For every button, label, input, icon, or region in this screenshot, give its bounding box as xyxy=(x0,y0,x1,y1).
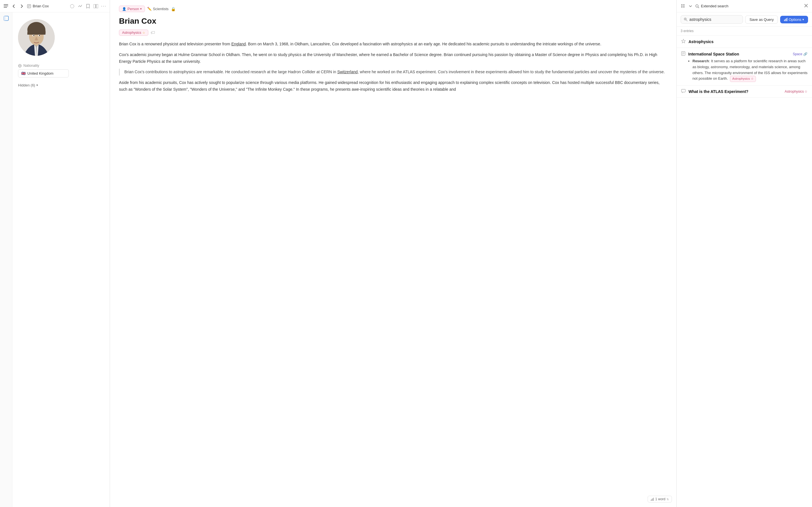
hidden-section[interactable]: Hidden (6) ▾ xyxy=(12,81,110,90)
more-icon[interactable]: ··· xyxy=(101,4,106,9)
svg-rect-39 xyxy=(784,20,784,21)
svg-rect-41 xyxy=(786,18,786,21)
star-icon: ☆ xyxy=(142,31,145,35)
top-bar: Brian Cox xyxy=(0,0,110,12)
flag-icon: 🇬🇧 xyxy=(21,71,26,75)
menu-icon[interactable] xyxy=(3,4,8,9)
svg-point-19 xyxy=(39,35,40,36)
nationality-section: Nationality 🇬🇧 United Kingdom xyxy=(12,64,110,81)
record-title: Brian Cox xyxy=(119,17,667,25)
svg-rect-42 xyxy=(787,18,788,21)
right-panel: Extended search Save as Query xyxy=(677,0,812,507)
chevron-down-icon: ▾ xyxy=(140,7,142,11)
page-title: Brian Cox xyxy=(27,4,49,8)
lock-icon: 🔒 xyxy=(171,7,175,11)
toolbar-right: ··· xyxy=(70,4,106,9)
bio-blockquote: Brian Cox's contributions to astrophysic… xyxy=(119,69,667,75)
collapse-icon[interactable] xyxy=(688,4,693,9)
word-count-badge[interactable]: 1 word ⇅ xyxy=(648,496,672,503)
svg-rect-8 xyxy=(94,4,96,8)
result-title-row-2: International Space Station Space 🔗 xyxy=(688,52,808,56)
svg-rect-1 xyxy=(4,6,8,6)
search-icon xyxy=(684,17,688,21)
label-icon[interactable]: 🏷 xyxy=(151,30,155,35)
search-results: Astrophysics International Space Station xyxy=(677,36,812,507)
left-panel: Brian Cox xyxy=(0,0,110,507)
record-tags-row: Astrophysics ☆ 🏷 xyxy=(119,30,667,36)
england-link[interactable]: England xyxy=(231,42,246,46)
person-icon: 👤 xyxy=(122,7,126,11)
layout-icon[interactable] xyxy=(93,4,98,9)
bookmark-icon[interactable] xyxy=(86,4,91,9)
sync-icon[interactable] xyxy=(70,4,75,9)
result-item-astrophysics[interactable]: Astrophysics xyxy=(677,36,812,48)
nationality-label: Nationality xyxy=(18,64,104,68)
pencil-icon: ✏️ xyxy=(147,7,152,11)
svg-rect-25 xyxy=(652,498,653,501)
options-button[interactable]: Options ▾ xyxy=(780,16,808,23)
result-item-atlas[interactable]: What is the ATLAS Experiment? Astrophysi… xyxy=(677,86,812,98)
result-item-iss[interactable]: International Space Station Space 🔗 Rese… xyxy=(677,48,812,86)
tools-icon[interactable] xyxy=(78,4,83,9)
astrophysics-tag[interactable]: Astrophysics ☆ xyxy=(119,30,148,36)
result-row-2: International Space Station Space 🔗 xyxy=(681,51,808,57)
chevron-down-icon: ▾ xyxy=(802,18,804,21)
svg-rect-0 xyxy=(4,4,8,5)
back-button[interactable] xyxy=(11,4,16,9)
bio-paragraph-2: Cox's academic journey began at Hulme Gr… xyxy=(119,52,667,65)
space-tag[interactable]: Space 🔗 xyxy=(793,52,808,56)
star-icon: ☆ xyxy=(804,90,808,94)
svg-rect-27 xyxy=(681,4,682,6)
svg-rect-47 xyxy=(681,89,686,92)
svg-rect-9 xyxy=(96,4,98,8)
left-content: Nationality 🇬🇧 United Kingdom Hidden (6)… xyxy=(0,12,110,507)
nationality-badge[interactable]: 🇬🇧 United Kingdom xyxy=(18,69,69,77)
result-title-2: International Space Station xyxy=(688,52,739,56)
forward-button[interactable] xyxy=(19,4,24,9)
comment-icon xyxy=(681,89,686,94)
svg-rect-26 xyxy=(653,498,654,501)
grid-icon[interactable] xyxy=(680,4,686,9)
result-title-row-1: Astrophysics xyxy=(689,40,808,44)
svg-rect-28 xyxy=(683,4,684,6)
svg-rect-30 xyxy=(683,6,684,8)
chart-icon xyxy=(784,18,788,21)
svg-line-36 xyxy=(686,20,688,21)
sidebar-toggle xyxy=(0,12,12,507)
close-button[interactable] xyxy=(804,4,808,9)
sidebar-toggle-btn[interactable] xyxy=(4,16,9,22)
svg-point-7 xyxy=(70,4,74,8)
scientists-tag[interactable]: ✏️ Scientists xyxy=(147,7,168,11)
save-query-button[interactable]: Save as Query xyxy=(745,15,778,24)
star-icon: ☆ xyxy=(751,76,754,81)
result-title-3: What is the ATLAS Experiment? xyxy=(689,89,748,94)
search-input[interactable] xyxy=(689,17,740,22)
right-top-bar: Extended search xyxy=(677,0,812,12)
result-title-row-3: What is the ATLAS Experiment? Astrophysi… xyxy=(689,89,808,94)
result-title-1: Astrophysics xyxy=(689,40,714,44)
svg-rect-29 xyxy=(681,6,682,8)
result-row-1: Astrophysics xyxy=(681,39,808,44)
astrophysics-bullet-tag[interactable]: Astrophysics ☆ xyxy=(730,76,756,82)
document-icon xyxy=(681,51,686,57)
avatar-section xyxy=(12,12,110,64)
search-input-wrapper xyxy=(680,15,743,24)
star-icon xyxy=(681,39,686,44)
right-panel-title: Extended search xyxy=(695,4,728,8)
record-tags: 👤 Person ▾ ✏️ Scientists 🔒 xyxy=(119,6,667,12)
entries-count: 3 entries xyxy=(677,27,812,36)
result-bullet-section: Research: It serves as a platform for sc… xyxy=(681,58,808,82)
svg-rect-2 xyxy=(4,7,7,8)
svg-rect-40 xyxy=(785,19,786,21)
svg-line-32 xyxy=(698,7,699,8)
bio-paragraph-3: Aside from his academic pursuits, Cox ha… xyxy=(119,79,667,93)
astrophysics-tag-3[interactable]: Astrophysics ☆ xyxy=(784,90,808,94)
chevron-down-icon: ▾ xyxy=(36,83,38,87)
bio-paragraph-1: Brian Cox is a renowned physicist and te… xyxy=(119,41,667,48)
search-bar: Save as Query Options ▾ xyxy=(677,12,812,27)
svg-point-18 xyxy=(33,35,35,36)
switzerland-link[interactable]: Switzerland xyxy=(337,69,357,74)
result-row-3: What is the ATLAS Experiment? Astrophysi… xyxy=(681,89,808,94)
svg-rect-23 xyxy=(651,500,651,501)
person-tag[interactable]: 👤 Person ▾ xyxy=(119,6,145,12)
